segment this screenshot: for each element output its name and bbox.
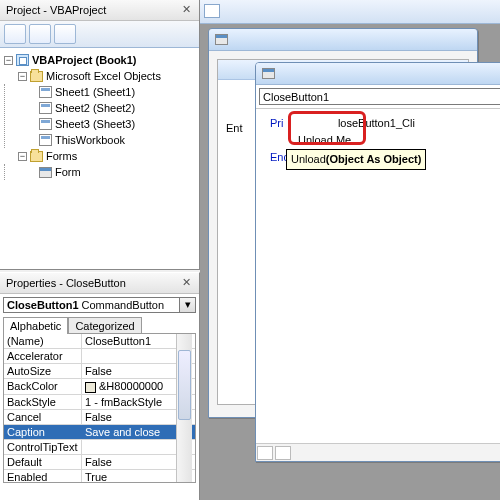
properties-panel: Properties - CloseButton ✕ CloseButton1 … xyxy=(0,272,200,500)
form-window-titlebar[interactable] xyxy=(209,29,477,51)
tree-item-workbook[interactable]: ThisWorkbook xyxy=(55,132,125,148)
property-row[interactable]: CancelFalse xyxy=(4,410,195,425)
dropdown-icon[interactable]: ▾ xyxy=(180,297,196,313)
tree-item-sheet[interactable]: Sheet3 (Sheet3) xyxy=(55,116,135,132)
mdi-toolbar xyxy=(200,0,500,24)
project-explorer-title: Project - VBAProject xyxy=(6,4,106,16)
property-name: AutoSize xyxy=(4,364,82,378)
tree-item-sheet[interactable]: Sheet1 (Sheet1) xyxy=(55,84,135,100)
code-icon xyxy=(262,68,275,79)
property-row[interactable]: BackColor&H80000000 xyxy=(4,379,195,395)
property-name: Default xyxy=(4,455,82,469)
scrollbar-thumb[interactable] xyxy=(178,350,191,420)
userform-icon xyxy=(215,34,228,45)
worksheet-icon xyxy=(39,86,52,98)
properties-titlebar[interactable]: Properties - CloseButton ✕ xyxy=(0,273,199,294)
project-explorer-titlebar[interactable]: Project - VBAProject ✕ xyxy=(0,0,199,21)
toggle-folders-button[interactable] xyxy=(54,24,76,44)
worksheet-icon xyxy=(39,118,52,130)
annotation-highlight xyxy=(288,111,366,145)
property-row[interactable]: Accelerator xyxy=(4,349,195,364)
project-root[interactable]: VBAProject (Book1) xyxy=(32,52,137,68)
mdi-icon xyxy=(204,4,220,18)
procedure-view-button[interactable] xyxy=(257,446,273,460)
close-icon[interactable]: ✕ xyxy=(179,3,193,17)
property-row[interactable]: (Name)CloseButton1 xyxy=(4,334,195,349)
code-window-footer xyxy=(256,443,500,461)
property-row[interactable]: BackStyle1 - fmBackStyle xyxy=(4,395,195,410)
truncated-label: Ent xyxy=(226,122,243,134)
property-name: BackColor xyxy=(4,379,82,394)
intellisense-tooltip: Unload(Object As Object) xyxy=(286,149,426,170)
object-type: CommandButton xyxy=(82,299,165,311)
object-selector[interactable]: CloseButton1 CommandButton ▾ xyxy=(3,297,196,313)
tree-folder-forms[interactable]: Forms xyxy=(46,148,77,164)
code-keyword: Pri xyxy=(270,117,283,129)
project-tree[interactable]: − VBAProject (Book1) − Microsoft Excel O… xyxy=(0,48,199,184)
folder-icon xyxy=(30,151,43,162)
properties-tabs: Alphabetic Categorized xyxy=(3,316,196,333)
property-row[interactable]: DefaultFalse xyxy=(4,455,195,470)
property-name: BackStyle xyxy=(4,395,82,409)
tab-alphabetic[interactable]: Alphabetic xyxy=(3,317,68,334)
properties-title: Properties - CloseButton xyxy=(6,277,126,289)
property-name: Cancel xyxy=(4,410,82,424)
property-row[interactable]: EnabledTrue xyxy=(4,470,195,483)
collapse-icon[interactable]: − xyxy=(4,56,13,65)
full-module-view-button[interactable] xyxy=(275,446,291,460)
object-combo[interactable]: CloseButton1 ▾ xyxy=(259,88,500,105)
collapse-icon[interactable]: − xyxy=(18,72,27,81)
tooltip-method: Unload xyxy=(291,153,326,165)
object-name: CloseButton1 xyxy=(7,299,79,311)
worksheet-icon xyxy=(39,102,52,114)
property-name: Accelerator xyxy=(4,349,82,363)
project-icon xyxy=(16,54,29,66)
property-name: (Name) xyxy=(4,334,82,348)
scrollbar[interactable] xyxy=(176,334,192,482)
mdi-client-area: Form Ent _ CloseButton1 ▾ Private Sub Cl… xyxy=(200,0,500,500)
properties-grid[interactable]: (Name)CloseButton1AcceleratorAutoSizeFal… xyxy=(3,333,196,483)
property-name: Caption xyxy=(4,425,82,439)
property-name: ControlTipText xyxy=(4,440,82,454)
folder-icon xyxy=(30,71,43,82)
property-row[interactable]: CaptionSave and close xyxy=(4,425,195,440)
view-code-button[interactable] xyxy=(4,24,26,44)
object-combo-value: CloseButton1 xyxy=(263,91,329,103)
property-row[interactable]: AutoSizeFalse xyxy=(4,364,195,379)
tooltip-params: (Object As Object) xyxy=(326,153,422,165)
code-window-titlebar[interactable]: _ xyxy=(256,63,500,85)
project-explorer-panel: Project - VBAProject ✕ − VBAProject (Boo… xyxy=(0,0,200,270)
tree-folder-excel-objects[interactable]: Microsoft Excel Objects xyxy=(46,68,161,84)
close-icon[interactable]: ✕ xyxy=(179,276,193,290)
workbook-icon xyxy=(39,134,52,146)
tree-item-sheet[interactable]: Sheet2 (Sheet2) xyxy=(55,100,135,116)
property-row[interactable]: ControlTipText xyxy=(4,440,195,455)
userform-icon xyxy=(39,167,52,178)
tab-categorized[interactable]: Categorized xyxy=(68,317,141,334)
code-editor[interactable]: Private Sub CloseButton1_Cli Unload Me E… xyxy=(256,109,500,443)
project-toolbar xyxy=(0,21,199,48)
color-swatch xyxy=(85,382,96,393)
view-object-button[interactable] xyxy=(29,24,51,44)
collapse-icon[interactable]: − xyxy=(18,152,27,161)
tree-item-form[interactable]: Form xyxy=(55,164,81,180)
property-name: Enabled xyxy=(4,470,82,483)
code-window[interactable]: _ CloseButton1 ▾ Private Sub CloseButton… xyxy=(255,62,500,462)
